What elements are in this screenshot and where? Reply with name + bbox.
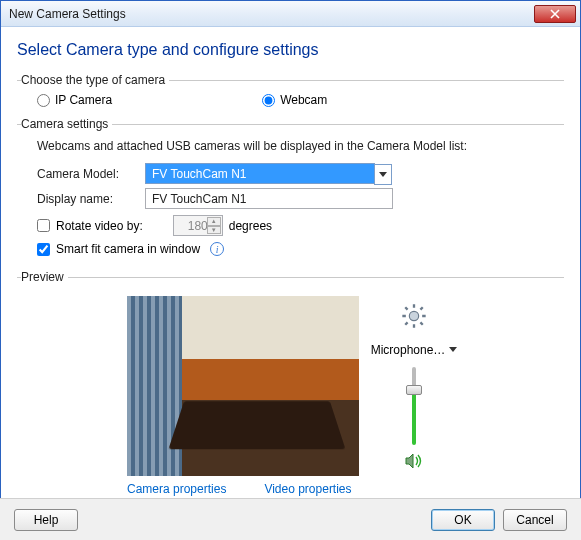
settings-gear-button[interactable] [400,302,428,333]
radio-ip-camera-input[interactable] [37,94,50,107]
radio-ip-camera[interactable]: IP Camera [37,93,112,107]
rotate-checkbox[interactable] [37,219,50,232]
page-heading: Select Camera type and configure setting… [17,41,564,59]
camera-model-dropdown[interactable]: FV TouchCam N1 [145,163,375,184]
group-legend-type: Choose the type of camera [21,73,169,87]
display-name-input[interactable] [145,188,393,209]
dialog-footer: Help OK Cancel [0,498,581,540]
gear-icon [400,302,428,330]
rotate-degrees-value: 180 [188,219,208,233]
ok-button[interactable]: OK [431,509,495,531]
info-icon[interactable]: i [210,242,224,256]
spinner-down-icon[interactable]: ▼ [207,226,221,235]
help-button[interactable]: Help [14,509,78,531]
group-legend-settings: Camera settings [21,117,112,131]
rotate-spinner[interactable]: ▲ ▼ [207,217,221,234]
mic-volume-slider[interactable] [404,367,424,445]
group-camera-type: Choose the type of camera IP Camera Webc… [17,73,564,111]
close-button[interactable] [534,5,576,23]
titlebar: New Camera Settings [1,1,580,27]
rotate-degrees-input[interactable]: 180 ▲ ▼ [173,215,223,236]
camera-preview-image [127,296,359,476]
microphone-dropdown[interactable]: Microphone… [371,343,458,357]
display-name-label: Display name: [37,192,137,206]
rotate-label: Rotate video by: [56,219,143,233]
close-icon [550,9,560,19]
spinner-up-icon[interactable]: ▲ [207,217,221,226]
radio-webcam-input[interactable] [262,94,275,107]
chevron-down-icon [379,172,387,178]
group-preview: Preview Microphone… C [17,270,564,500]
radio-webcam[interactable]: Webcam [262,93,327,107]
smartfit-label: Smart fit camera in window [56,242,200,256]
radio-webcam-label: Webcam [280,93,327,107]
camera-properties-link[interactable]: Camera properties [127,482,226,496]
dialog-content: Select Camera type and configure setting… [1,27,580,514]
svg-point-0 [409,311,418,320]
speaker-button[interactable] [405,453,423,472]
settings-info-text: Webcams and attached USB cameras will be… [37,139,564,153]
cancel-button[interactable]: Cancel [503,509,567,531]
video-properties-link[interactable]: Video properties [264,482,351,496]
camera-model-value: FV TouchCam N1 [152,167,246,181]
slider-track [412,367,416,445]
group-legend-preview: Preview [21,270,68,284]
window-title: New Camera Settings [9,7,534,21]
preview-side-panel: Microphone… [369,296,459,476]
camera-model-dropdown-arrow[interactable] [374,164,392,185]
group-camera-settings: Camera settings Webcams and attached USB… [17,117,564,264]
microphone-label: Microphone… [371,343,446,357]
chevron-down-icon [449,347,457,353]
slider-thumb[interactable] [406,385,422,395]
rotate-unit: degrees [229,219,272,233]
camera-model-label: Camera Model: [37,167,137,181]
speaker-icon [405,453,423,469]
radio-ip-camera-label: IP Camera [55,93,112,107]
smartfit-checkbox[interactable] [37,243,50,256]
